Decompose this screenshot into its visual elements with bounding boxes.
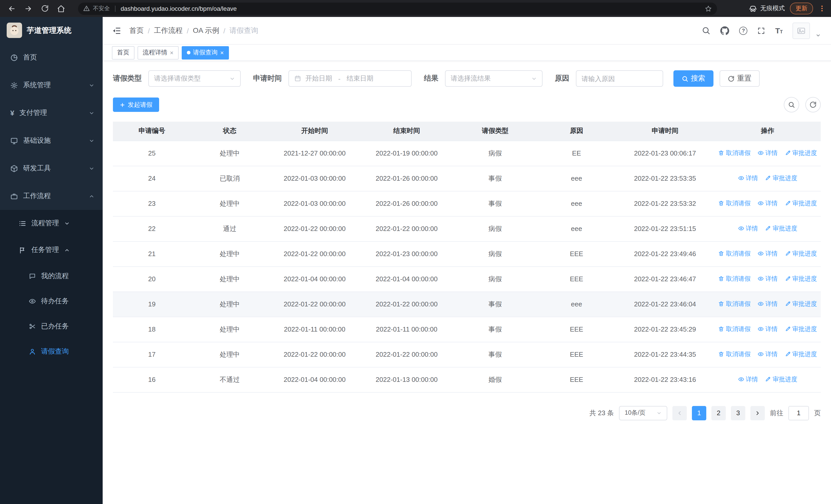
detail-link[interactable]: 详情 — [757, 199, 778, 208]
progress-link[interactable]: 审批进度 — [784, 325, 817, 334]
sidebar-item-process-mgmt[interactable]: 流程管理 — [0, 210, 103, 237]
apply-time-range-picker[interactable]: 开始日期 - 结束日期 — [288, 70, 412, 87]
cancel-leave-link-label: 取消请假 — [726, 249, 751, 258]
sidebar-item-workflow[interactable]: 工作流程 — [0, 182, 103, 210]
search-icon[interactable] — [702, 26, 711, 35]
page-size-select[interactable]: 10条/页 — [619, 406, 667, 420]
progress-link[interactable]: 审批进度 — [784, 274, 817, 283]
table-search-toggle-button[interactable] — [784, 97, 799, 112]
sidebar-item-task-mgmt[interactable]: 任务管理 — [0, 237, 103, 263]
goto-page-input[interactable] — [789, 406, 809, 420]
reason-input[interactable] — [581, 75, 658, 82]
progress-link[interactable]: 审批进度 — [765, 375, 797, 384]
breadcrumb-item[interactable]: 工作流程 — [154, 26, 183, 35]
tab-home[interactable]: 首页 — [112, 46, 135, 59]
sidebar-item-todo-tasks[interactable]: 待办任务 — [0, 289, 103, 314]
search-button[interactable]: 搜索 — [674, 70, 713, 87]
cancel-leave-link[interactable]: 取消请假 — [718, 149, 751, 157]
detail-link[interactable]: 详情 — [757, 249, 778, 258]
detail-link[interactable]: 详情 — [738, 174, 758, 183]
sidebar-item-system[interactable]: 系统管理 — [0, 71, 103, 99]
cancel-leave-link[interactable]: 取消请假 — [718, 249, 751, 258]
progress-link[interactable]: 审批进度 — [784, 249, 817, 258]
sidebar-item-label: 流程管理 — [31, 219, 59, 228]
fullscreen-icon[interactable] — [757, 26, 766, 35]
progress-link[interactable]: 审批进度 — [784, 350, 817, 359]
breadcrumb-item[interactable]: OA 示例 — [193, 26, 220, 35]
table-row: 16 不通过 2022-01-04 00:00:00 2022-01-13 00… — [113, 367, 821, 392]
result-select[interactable]: 请选择流结果 — [445, 70, 543, 87]
sidebar-item-leave-query[interactable]: 请假查询 — [0, 339, 103, 364]
progress-link[interactable]: 审批进度 — [784, 149, 817, 157]
progress-link[interactable]: 审批进度 — [784, 300, 817, 308]
sidebar-item-my-process[interactable]: 我的流程 — [0, 263, 103, 289]
detail-link[interactable]: 详情 — [757, 149, 778, 157]
browser-menu-icon[interactable] — [818, 5, 826, 12]
table-refresh-button[interactable] — [805, 97, 821, 112]
sidebar-item-devtools[interactable]: 研发工具 — [0, 154, 103, 182]
url-text[interactable]: dashboard.yudao.iocoder.cn/bpm/oa/leave — [121, 5, 701, 12]
detail-link[interactable]: 详情 — [757, 300, 778, 308]
breadcrumb: 首页 / 工作流程 / OA 示例 / 请假查询 — [130, 26, 258, 35]
browser-back-icon[interactable] — [5, 2, 19, 15]
tab-process-detail[interactable]: 流程详情 × — [138, 46, 179, 59]
avatar[interactable] — [793, 22, 810, 39]
cell-apply-id: 24 — [113, 166, 191, 191]
cell-apply-id: 21 — [113, 241, 191, 266]
progress-link[interactable]: 审批进度 — [784, 199, 817, 208]
reset-button[interactable]: 重置 — [720, 70, 760, 87]
cell-apply-time: 2022-01-22 23:46:47 — [615, 266, 715, 292]
breadcrumb-item[interactable]: 首页 — [130, 26, 144, 35]
address-bar[interactable]: 不安全 dashboard.yudao.iocoder.cn/bpm/oa/le… — [78, 2, 717, 14]
tab-label: 流程详情 — [143, 48, 167, 57]
detail-link[interactable]: 详情 — [757, 274, 778, 283]
sidebar-item-home[interactable]: 首页 — [0, 43, 103, 71]
browser-refresh-icon[interactable] — [38, 2, 51, 15]
help-icon[interactable]: ? — [739, 26, 748, 35]
cancel-leave-link[interactable]: 取消请假 — [718, 325, 751, 334]
security-label[interactable]: 不安全 — [93, 5, 110, 12]
browser-forward-icon[interactable] — [22, 2, 35, 15]
progress-link[interactable]: 审批进度 — [765, 174, 797, 183]
update-button[interactable]: 更新 — [790, 3, 813, 14]
tab-leave-query[interactable]: 请假查询 × — [182, 46, 229, 59]
next-page-button[interactable] — [750, 406, 765, 420]
chevron-down-icon — [229, 76, 235, 81]
progress-link-label: 审批进度 — [792, 149, 817, 157]
progress-link[interactable]: 审批进度 — [765, 224, 797, 233]
bookmark-star-icon[interactable] — [705, 5, 712, 12]
detail-link[interactable]: 详情 — [738, 224, 758, 233]
sidebar-collapse-icon[interactable] — [112, 26, 121, 35]
close-icon[interactable]: × — [220, 50, 224, 56]
cell-status: 不通过 — [191, 367, 268, 392]
sidebar-item-label: 已办任务 — [41, 322, 69, 331]
avatar-caret-icon[interactable] — [815, 33, 821, 39]
cancel-leave-link[interactable]: 取消请假 — [718, 300, 751, 308]
app-logo[interactable]: 芋道管理系统 — [0, 17, 103, 43]
leave-type-select[interactable]: 请选择请假类型 — [148, 70, 241, 87]
trash-icon — [718, 150, 724, 156]
prev-page-button[interactable] — [672, 406, 687, 420]
browser-home-icon[interactable] — [54, 2, 68, 15]
page-button-3[interactable]: 3 — [731, 406, 745, 420]
close-icon[interactable]: × — [170, 50, 173, 56]
detail-link[interactable]: 详情 — [757, 325, 778, 334]
detail-link[interactable]: 详情 — [738, 375, 758, 384]
cancel-leave-link[interactable]: 取消请假 — [718, 274, 751, 283]
page-button-2[interactable]: 2 — [711, 406, 726, 420]
sidebar-item-done-tasks[interactable]: 已办任务 — [0, 314, 103, 339]
cancel-leave-link[interactable]: 取消请假 — [718, 350, 751, 359]
font-size-icon[interactable]: TT — [775, 27, 783, 34]
sidebar-item-infra[interactable]: 基础设施 — [0, 127, 103, 154]
cancel-leave-link-label: 取消请假 — [726, 149, 751, 157]
cube-icon — [10, 165, 18, 172]
page-button-1[interactable]: 1 — [692, 406, 706, 420]
select-placeholder: 请选择流结果 — [451, 74, 491, 83]
create-leave-button[interactable]: 发起请假 — [113, 97, 159, 112]
detail-link[interactable]: 详情 — [757, 350, 778, 359]
cancel-leave-link[interactable]: 取消请假 — [718, 199, 751, 208]
github-icon[interactable] — [720, 26, 729, 35]
sidebar-item-payment[interactable]: ¥ 支付管理 — [0, 99, 103, 127]
cell-status: 处理中 — [191, 141, 268, 166]
cell-start-time: 2022-01-22 00:00:00 — [269, 342, 361, 367]
